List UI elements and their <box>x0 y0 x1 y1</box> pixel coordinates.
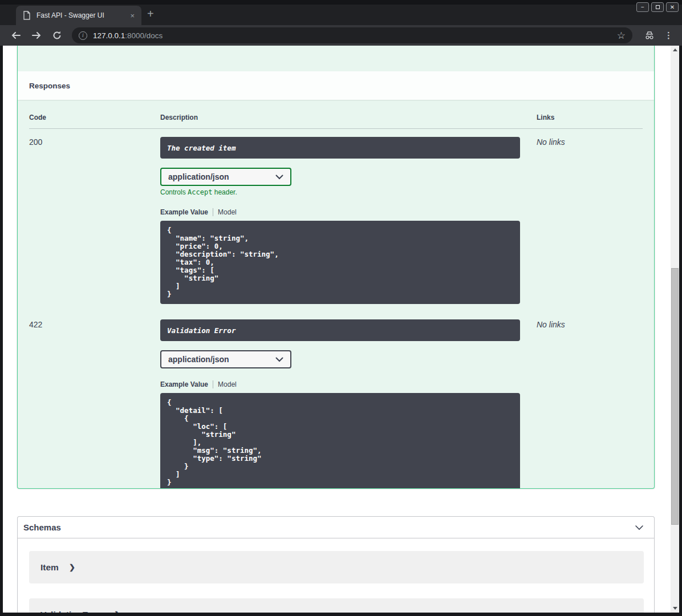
response-code: 200 <box>29 137 42 147</box>
example-model-tabs: Example Value Model <box>160 208 537 216</box>
responses-table: Code Description Links 200 The created i… <box>18 100 654 489</box>
response-description-box: Validation Error <box>160 319 520 341</box>
links-value: No links <box>537 320 565 329</box>
media-type-select-200[interactable]: application/json <box>160 168 291 186</box>
bookmark-star-icon[interactable]: ☆ <box>616 30 627 42</box>
minimize-button[interactable]: − <box>636 2 649 12</box>
tab-model[interactable]: Model <box>218 208 237 216</box>
scrollbar-down-arrow[interactable] <box>671 604 679 613</box>
maximize-button[interactable] <box>651 2 664 12</box>
response-row-200: 200 The created item application/json Co… <box>29 129 643 311</box>
titlebar-top-strip <box>0 0 682 5</box>
example-json-text: { "name": "string", "price": 0, "descrip… <box>167 226 513 298</box>
example-json-box: { "name": "string", "price": 0, "descrip… <box>160 221 520 304</box>
reload-button[interactable] <box>50 29 64 42</box>
col-header-code: Code <box>29 114 160 121</box>
page-favicon-icon <box>23 11 31 20</box>
tab-example-value[interactable]: Example Value <box>160 208 208 216</box>
scrollbar-up-arrow[interactable] <box>671 46 679 54</box>
chevron-right-icon[interactable]: ❯ <box>114 610 120 613</box>
url-bar[interactable]: i 127.0.0.1:8000/docs ☆ <box>72 27 632 43</box>
browser-menu-button[interactable]: ⋮ <box>664 30 673 40</box>
window-controls: − ✕ <box>636 2 679 12</box>
responses-table-head: Code Description Links <box>29 114 643 129</box>
forward-button[interactable] <box>30 29 43 42</box>
scrollbar-thumb[interactable] <box>671 268 679 525</box>
schemas-section: Schemas Item ❯ ValidationError ❯ <box>17 516 655 613</box>
close-window-button[interactable]: ✕ <box>666 2 679 12</box>
tab-title: Fast API - Swagger UI <box>36 11 128 19</box>
url-path: :8000/docs <box>125 31 163 40</box>
browser-titlebar: − ✕ Fast API - Swagger UI × + <box>0 0 682 25</box>
maximize-icon <box>656 5 660 9</box>
chevron-right-icon[interactable]: ❯ <box>69 563 75 572</box>
model-validationerror[interactable]: ValidationError ❯ <box>29 598 644 613</box>
vertical-scrollbar[interactable] <box>671 46 679 613</box>
schemas-header[interactable]: Schemas <box>18 517 654 538</box>
url-host: 127.0.0.1 <box>93 31 125 40</box>
site-info-icon[interactable]: i <box>79 31 87 40</box>
back-button[interactable] <box>9 29 23 42</box>
tab-example-value[interactable]: Example Value <box>160 380 208 388</box>
model-name: Item <box>40 562 59 573</box>
browser-toolbar: i 127.0.0.1:8000/docs ☆ ⋮ <box>0 25 682 46</box>
example-json-box: { "detail": [ { "loc": [ "string" ], "ms… <box>160 393 520 489</box>
controls-accept-hint: Controls Accept header. <box>160 188 537 196</box>
back-arrow-icon <box>11 31 21 39</box>
chevron-down-icon <box>275 357 283 362</box>
model-item[interactable]: Item ❯ <box>29 551 644 583</box>
media-type-value: application/json <box>168 355 275 364</box>
incognito-badge-icon <box>644 31 655 40</box>
response-description-box: The created item <box>160 137 520 159</box>
response-code: 422 <box>29 320 42 329</box>
example-model-tabs: Example Value Model <box>160 380 537 388</box>
opblock-post-body: Responses Code Description Links 200 The… <box>17 46 655 489</box>
media-type-select-422[interactable]: application/json <box>160 350 291 368</box>
forward-arrow-icon <box>31 31 42 39</box>
response-description-text: The created item <box>167 144 236 152</box>
responses-title: Responses <box>29 82 70 90</box>
links-value: No links <box>537 137 565 147</box>
browser-tab[interactable]: Fast API - Swagger UI × <box>16 6 141 25</box>
col-header-description: Description <box>160 114 537 121</box>
tab-divider <box>213 380 213 388</box>
response-row-422: 422 Validation Error application/json Ex… <box>29 311 643 489</box>
example-json-text: { "detail": [ { "loc": [ "string" ], "ms… <box>167 399 513 487</box>
tab-divider <box>213 208 213 216</box>
response-description-text: Validation Error <box>167 326 236 335</box>
new-tab-button[interactable]: + <box>147 8 154 19</box>
reload-icon <box>52 31 62 40</box>
tab-close-icon[interactable]: × <box>128 10 137 21</box>
tab-model[interactable]: Model <box>218 380 237 388</box>
opblock-spacer <box>18 46 654 71</box>
chevron-down-icon <box>275 175 283 180</box>
page-viewport: Responses Code Description Links 200 The… <box>3 46 679 613</box>
url-text: 127.0.0.1:8000/docs <box>93 31 616 40</box>
model-name: ValidationError <box>40 610 104 613</box>
chevron-down-icon[interactable] <box>634 522 645 533</box>
schemas-title: Schemas <box>23 522 634 532</box>
col-header-links: Links <box>537 114 643 121</box>
responses-section-header: Responses <box>18 71 654 100</box>
media-type-value: application/json <box>168 172 275 181</box>
schemas-body: Item ❯ ValidationError ❯ <box>18 538 654 613</box>
